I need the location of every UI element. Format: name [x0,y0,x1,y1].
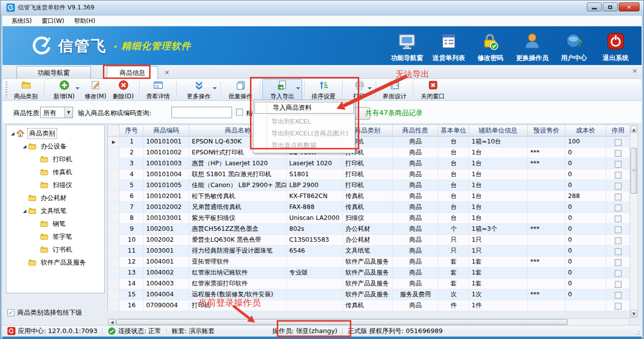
disabled-checkbox[interactable] [615,139,622,146]
tree-item-stationery[interactable]: ◢文具纸笔 [6,204,104,217]
disabled-checkbox[interactable] [615,270,622,277]
delete-button[interactable]: 删除(D) [109,79,137,100]
more-actions-button[interactable]: 更多操作 [179,79,219,100]
disabled-checkbox[interactable] [615,248,622,255]
tree-item-sign-pen[interactable]: 签字笔 [6,230,104,243]
column-header[interactable]: 辅助单位信息 [469,125,528,136]
tree-item-stapler[interactable]: 订书机 [6,243,104,256]
column-header[interactable]: 基本单位 [438,125,469,136]
tree-item-office-equipment[interactable]: ◢办公设备 [6,140,104,153]
chevron-down-icon[interactable] [213,87,217,89]
table-row[interactable]: 121004001亚拓管理软件软件产品及服务商品套1套***0 [108,257,630,268]
table-row[interactable]: 91002001惠普CH561ZZ黑色墨盒802s办公耗材商品个1箱=3个***… [108,224,630,235]
table-row[interactable]: 7100102002兄弟普通纸传真机FAX-888传真机商品台1台0 [108,202,630,213]
table-row[interactable]: 141004003红管家票据打印软件软件产品及服务商品套1套0 [108,278,630,289]
table-cell: 专业版 [287,268,343,278]
table-row[interactable]: ▶1100101001EPSON LQ-630K打印机商品台1箱=10台100 [108,136,630,147]
disabled-checkbox[interactable] [615,161,622,168]
row-marker [108,289,120,300]
delete-label: 删除(D) [113,92,134,101]
column-header[interactable]: 停用 [606,125,630,136]
toolbar-grip[interactable] [5,82,7,97]
scroll-left-icon[interactable]: ◀ [108,319,116,325]
table-row[interactable]: 131004002红管家出纳记账软件专业版软件产品及服务商品套1套0 [108,268,630,278]
disabled-checkbox[interactable] [615,226,622,233]
tree-item-product-category-root[interactable]: ◢商品类别 [6,127,104,140]
nature-select[interactable]: 所有 ▼ [40,107,73,118]
column-header[interactable]: 成本价 [565,125,606,136]
banner-buttons: 功能导航窗送货单列表修改密码更换操作员用户中心退出系统 [386,30,637,65]
nav-window-button[interactable]: 功能导航窗 [386,30,428,65]
restore-button[interactable] [603,2,618,11]
expander-icon[interactable]: ◢ [21,144,28,149]
expander-icon[interactable]: ◢ [9,131,16,136]
table-row[interactable]: 5100101005佳能（Canon） LBP 2900+ 黑白激光打LBP 2… [108,180,630,191]
table-cell: *** [528,289,565,300]
disabled-checkbox[interactable] [615,259,622,266]
table-row[interactable]: 111003001得力经典防滑握手设计圆珠笔6546文具纸笔商品只1只0 [108,246,630,257]
exact-search-checkbox[interactable] [236,109,243,116]
disabled-checkbox[interactable] [615,281,622,288]
menu-system[interactable]: 系统(S) [6,16,37,26]
disabled-checkbox[interactable] [615,172,622,179]
table-row[interactable]: 2100101002EPSON针式打印机LQ-730K打印机商品台1台***0 [108,147,630,158]
view-details-button[interactable]: 查看详情 [142,79,174,100]
change-password-button[interactable]: 修改密码 [470,30,511,65]
resize-grip[interactable] [635,330,641,336]
table-row[interactable]: 1607090004打印机传真机商品件1件 [108,300,630,311]
column-header[interactable]: 预设售价 [528,125,565,136]
close-button[interactable]: ✕ [619,2,640,11]
tree-item-fax[interactable]: 传真机 [6,166,104,179]
column-header[interactable]: 序号 [120,125,144,136]
vertical-scroll-thumb[interactable] [631,148,637,194]
table-cell: *** [528,224,565,234]
disabled-checkbox[interactable] [615,215,622,222]
table-cell: 12 [120,257,144,267]
table-row[interactable]: 101002002爱普生LQ630K 黑色色带C13S015583办公耗材商品只… [108,235,630,246]
tree-item-office-supplies[interactable]: 办公耗材 [6,192,104,204]
menu-help[interactable]: 帮助(H) [69,16,100,26]
title-bar[interactable]: 信管飞送货单软件 V9.1.369 ✕ [0,0,644,15]
view-icon [153,80,163,92]
add-button[interactable]: 新增(N) [47,79,81,100]
tree-item-printer[interactable]: 打印机 [6,153,104,166]
expander-icon[interactable]: ◢ [21,208,28,213]
exit-system-button[interactable]: 退出系统 [595,30,637,65]
menu-window[interactable]: 窗口(W) [37,16,69,26]
table-cell: 2 [120,147,144,158]
close-window-button[interactable]: 关闭窗口 [415,79,450,100]
disabled-checkbox[interactable] [615,292,622,299]
delivery-list-button[interactable]: 送货单列表 [428,30,470,65]
disabled-checkbox[interactable] [615,303,622,310]
tabstrip-close-icon[interactable]: × [632,67,638,74]
disabled-checkbox[interactable] [615,237,622,244]
minimize-button[interactable] [587,2,602,11]
disabled-checkbox[interactable] [615,150,622,157]
tree-item-software-services[interactable]: 软件产品及服务 [6,256,104,269]
product-category-button[interactable]: 商品类别 [9,79,42,100]
tree-item-scanner[interactable]: 扫描仪 [6,179,104,192]
chevron-down-icon[interactable] [76,87,80,89]
disabled-checkbox[interactable] [615,204,622,211]
disabled-checkbox[interactable] [615,183,622,190]
include-sub-checkbox[interactable]: ✓ [7,309,14,316]
column-header[interactable]: 商品编码 [144,125,189,136]
search-input[interactable] [171,107,232,118]
edit-button[interactable]: 修改(M) [81,79,109,100]
chevron-down-icon[interactable]: ▼ [64,107,73,118]
scroll-down-icon[interactable]: ▼ [631,310,637,317]
table-row[interactable]: 4100101004联想 S1801 黑白激光打印机S1801打印机商品台1台0 [108,169,630,180]
table-row[interactable]: 151004004远程服务(数据修复/软件安装)软件产品及服务服务及费用次1次*… [108,289,630,300]
table-row[interactable]: 3100101003惠普（HP）LaserJet 1020LaserJet 10… [108,158,630,169]
tab-close-icon[interactable]: × [162,68,171,77]
table-row[interactable]: 8100103001紫光平板扫描仪Uniscan LA2000扫描仪商品台1台0 [108,213,630,224]
tab-nav-window[interactable]: 功能导航窗 [16,66,91,79]
vertical-scrollbar[interactable]: ▲ ▼ [630,125,638,318]
user-center-button[interactable]: 用户中心 [553,30,595,65]
tree-item-pen[interactable]: 钢笔 [6,217,104,230]
switch-operator-button[interactable]: 更换操作员 [511,30,553,65]
table-row[interactable]: 6100102001松下热敏传真机KX-FT862CN传真机商品台1台288 [108,191,630,202]
column-header[interactable]: 商品性质 [393,125,438,136]
scroll-up-icon[interactable]: ▲ [631,126,637,133]
disabled-checkbox[interactable] [615,194,622,201]
